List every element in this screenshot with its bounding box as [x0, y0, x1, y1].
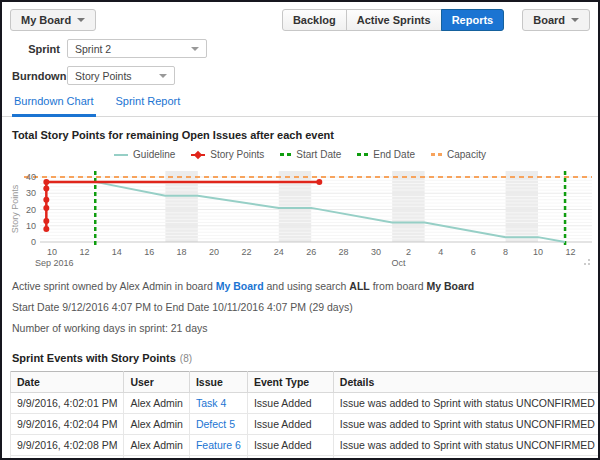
event-cell-issue: Feature 6	[189, 435, 247, 456]
event-cell-issue: Defect 5	[189, 456, 247, 460]
guideline-swatch-icon	[114, 154, 128, 156]
event-cell-issue: Defect 5	[189, 414, 247, 435]
story-points-dot	[316, 179, 322, 185]
board-nav: BacklogActive SprintsReports	[282, 9, 504, 31]
end-date-swatch-icon	[357, 153, 368, 156]
chevron-down-icon	[191, 47, 199, 51]
resize-grip-icon	[588, 263, 590, 265]
board-link[interactable]: My Board	[216, 280, 264, 292]
col-header-user: User	[124, 372, 190, 393]
x-tick-label: 2	[406, 247, 411, 257]
sprint-select[interactable]: Sprint 2	[67, 39, 207, 58]
chevron-down-icon	[159, 74, 167, 78]
y-tick-label: 20	[26, 205, 36, 215]
legend-item-capacity: Capacity	[431, 149, 486, 160]
tab-sprint-report[interactable]: Sprint Report	[114, 95, 183, 117]
story-points-dot	[43, 226, 49, 232]
event-cell-details: Issue was removed from Sprint with statu…	[333, 456, 600, 460]
legend-label: Story Points	[210, 149, 264, 160]
event-cell-date: 9/9/2016, 4:02:01 PM	[11, 393, 124, 414]
issue-link[interactable]: Task 4	[196, 397, 226, 409]
y-tick-label: 30	[26, 188, 36, 198]
event-cell-event_type: Issue Added	[247, 435, 333, 456]
top-toolbar: My Board BacklogActive SprintsReports Bo…	[2, 2, 598, 31]
x-tick-label: 4	[438, 247, 443, 257]
board-dropdown-button[interactable]: Board	[522, 9, 590, 31]
nav-backlog-button[interactable]: Backlog	[282, 9, 347, 31]
event-cell-details: Issue was added to Sprint with status UN…	[333, 435, 600, 456]
x-tick-label: 26	[306, 247, 316, 257]
x-tick-label: 28	[339, 247, 349, 257]
burndown-select[interactable]: Story Points	[67, 66, 175, 85]
board-menu-label: My Board	[21, 14, 71, 26]
meta-text: ALL	[349, 280, 369, 292]
events-title: Sprint Events with Story Points(8)	[12, 352, 598, 364]
working-days-line: Number of working days in sprint: 21 day…	[12, 318, 598, 339]
x-tick-label: 18	[177, 247, 187, 257]
meta-text: My Board	[426, 280, 474, 292]
report-tabs: Burndown ChartSprint Report	[2, 85, 598, 117]
meta-text: and using search	[264, 280, 350, 292]
event-cell-details: Issue was added to Sprint with status UN…	[333, 393, 600, 414]
story-points-dot	[43, 185, 49, 191]
chevron-down-icon	[571, 18, 579, 22]
burndown-report-page: My Board BacklogActive SprintsReports Bo…	[0, 0, 600, 460]
chevron-down-icon	[77, 18, 85, 22]
issue-link[interactable]: Feature 6	[196, 439, 241, 451]
x-tick-label: 24	[274, 247, 284, 257]
x-tick-label: 6	[471, 247, 476, 257]
event-cell-event_type: Issue Added	[247, 414, 333, 435]
events-count: (8)	[180, 353, 192, 364]
event-cell-date: 9/9/2016, 4:02:04 PM	[11, 414, 124, 435]
month-label: Sep 2016	[35, 258, 74, 268]
x-tick-label: 22	[241, 247, 251, 257]
x-tick-label: 8	[503, 247, 508, 257]
legend-label: End Date	[373, 149, 415, 160]
story-points-dot	[43, 205, 49, 211]
sprint-owner-line: Active sprint owned by Alex Admin in boa…	[12, 276, 598, 297]
sprint-select-value: Sprint 2	[75, 43, 111, 55]
sprint-filter-row: Sprint Sprint 2	[12, 39, 598, 58]
story-points-swatch-icon	[191, 154, 205, 156]
event-cell-date: 9/9/2016, 4:02:08 PM	[11, 435, 124, 456]
burndown-label: Burndown	[12, 70, 60, 82]
issue-link[interactable]: Defect 5	[196, 418, 235, 430]
event-cell-event_type: Issue Added	[247, 393, 333, 414]
x-tick-label: 12	[79, 247, 89, 257]
meta-text: Active sprint owned by Alex Admin in boa…	[12, 280, 216, 292]
board-menu-button[interactable]: My Board	[10, 9, 96, 31]
event-row: 9/9/2016, 4:02:04 PMAlex AdminDefect 5Is…	[11, 414, 600, 435]
resize-grip-icon	[584, 263, 586, 265]
y-tick-label: 0	[31, 237, 36, 247]
event-cell-user: Alex Admin	[124, 456, 190, 460]
chart-title: Total Story Points for remaining Open Is…	[12, 129, 598, 141]
nav-active-sprints-button[interactable]: Active Sprints	[346, 9, 442, 31]
capacity-swatch-icon	[431, 153, 442, 156]
legend-label: Guideline	[133, 149, 175, 160]
start-date-swatch-icon	[280, 153, 291, 156]
legend-item-end-date: End Date	[357, 149, 415, 160]
x-tick-label: 30	[371, 247, 381, 257]
chart-legend: GuidelineStory PointsStart DateEnd DateC…	[2, 149, 598, 160]
event-row: 9/9/2016, 4:02:01 PMAlex AdminTask 4Issu…	[11, 393, 600, 414]
story-points-dot	[43, 218, 49, 224]
burndown-filter-row: Burndown Story Points	[12, 66, 598, 85]
sprint-dates-line: Start Date 9/12/2016 4:07 PM to End Date…	[12, 297, 598, 318]
event-cell-user: Alex Admin	[124, 393, 190, 414]
x-tick-label: 10	[47, 247, 57, 257]
events-title-text: Sprint Events with Story Points	[12, 352, 176, 364]
x-tick-label: 20	[209, 247, 219, 257]
event-row: 9/9/2016, 4:03:07 PMAlex AdminDefect 5Is…	[11, 456, 600, 460]
y-axis-label: Story Points	[10, 184, 20, 233]
legend-item-start-date: Start Date	[280, 149, 341, 160]
legend-item-story-points: Story Points	[191, 149, 264, 160]
x-tick-label: 14	[112, 247, 122, 257]
y-tick-label: 10	[26, 221, 36, 231]
event-cell-issue: Task 4	[189, 393, 247, 414]
meta-text: from board	[370, 280, 427, 292]
resize-grip-icon	[588, 259, 590, 261]
nav-reports-button[interactable]: Reports	[441, 9, 505, 31]
tab-burndown-chart[interactable]: Burndown Chart	[12, 95, 96, 117]
col-header-event-type: Event Type	[247, 372, 333, 393]
col-header-date: Date	[11, 372, 124, 393]
